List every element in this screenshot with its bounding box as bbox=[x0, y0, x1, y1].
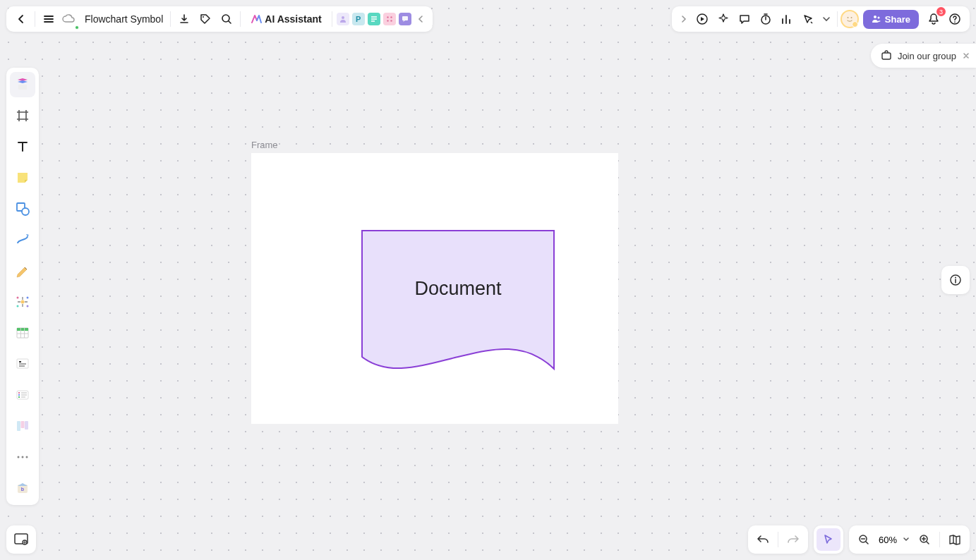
expand-tools-button[interactable] bbox=[676, 8, 692, 30]
search-button[interactable] bbox=[216, 8, 237, 30]
svg-point-35 bbox=[22, 456, 24, 458]
zoom-in-icon bbox=[919, 534, 930, 545]
svg-point-21 bbox=[27, 297, 29, 299]
minimap-button[interactable] bbox=[6, 525, 36, 554]
mindmap-icon bbox=[15, 294, 30, 310]
left-toolbar: b bbox=[6, 68, 39, 505]
share-label: Share bbox=[885, 14, 910, 25]
group-icon bbox=[881, 50, 892, 61]
lines-icon bbox=[370, 16, 378, 23]
tag-button[interactable] bbox=[195, 8, 216, 30]
apps-button[interactable]: b bbox=[10, 475, 35, 501]
card-tool-button[interactable] bbox=[10, 382, 35, 408]
ai-assistant-label: AI Assistant bbox=[265, 13, 321, 25]
menu-button[interactable] bbox=[38, 8, 59, 30]
cursor-mode-button[interactable] bbox=[817, 528, 841, 551]
close-icon[interactable] bbox=[962, 51, 970, 60]
zoom-value[interactable]: 60% bbox=[876, 535, 900, 545]
timer-button[interactable] bbox=[755, 8, 776, 30]
chevron-down-icon bbox=[903, 536, 910, 543]
svg-point-4 bbox=[390, 16, 392, 18]
pencil-icon bbox=[15, 263, 30, 279]
fit-view-button[interactable] bbox=[943, 528, 967, 551]
notification-badge: 3 bbox=[936, 7, 946, 16]
more-tools-button[interactable] bbox=[819, 8, 834, 30]
svg-point-3 bbox=[387, 16, 388, 18]
frame-tool-button[interactable] bbox=[10, 103, 35, 128]
table-tool-button[interactable] bbox=[10, 320, 35, 346]
divider bbox=[170, 11, 171, 27]
draw-tool-button[interactable] bbox=[10, 258, 35, 284]
pointer-button[interactable] bbox=[797, 8, 819, 30]
effects-button[interactable] bbox=[713, 8, 734, 30]
collapse-badges-button[interactable] bbox=[413, 8, 428, 30]
svg-point-19 bbox=[21, 300, 25, 304]
document-title[interactable]: Flowchart Symbol bbox=[80, 13, 167, 25]
kanban-tool-button[interactable] bbox=[10, 413, 35, 439]
zoom-out-button[interactable] bbox=[852, 528, 876, 551]
cursor-icon bbox=[823, 534, 834, 545]
poll-button[interactable] bbox=[776, 8, 797, 30]
frame-label[interactable]: Frame bbox=[251, 140, 278, 150]
zoom-dropdown-button[interactable] bbox=[900, 528, 912, 551]
more-tools-button[interactable] bbox=[10, 444, 35, 470]
badge-pink[interactable] bbox=[383, 13, 396, 25]
badge-p[interactable]: P bbox=[352, 13, 365, 25]
svg-point-10 bbox=[847, 17, 848, 18]
svg-point-12 bbox=[874, 16, 876, 18]
sparkle-icon bbox=[717, 13, 730, 25]
sync-status-dot bbox=[75, 25, 79, 30]
badge-avatar[interactable] bbox=[337, 13, 349, 25]
divider bbox=[939, 532, 940, 547]
info-button[interactable] bbox=[941, 266, 970, 294]
svg-point-40 bbox=[955, 277, 956, 279]
play-circle-icon bbox=[696, 13, 709, 25]
play-button[interactable] bbox=[692, 8, 713, 30]
chevron-left-icon bbox=[16, 13, 27, 25]
sticky-note-icon bbox=[15, 170, 30, 185]
zoom-in-button[interactable] bbox=[912, 528, 936, 551]
download-button[interactable] bbox=[174, 8, 195, 30]
join-group-banner[interactable]: Join our group bbox=[871, 44, 976, 68]
svg-point-23 bbox=[27, 305, 29, 308]
badge-teal[interactable] bbox=[368, 13, 380, 25]
svg-point-22 bbox=[17, 305, 19, 308]
note-tool-button[interactable] bbox=[10, 351, 35, 377]
shape-tool-button[interactable] bbox=[10, 196, 35, 221]
svg-point-2 bbox=[342, 16, 344, 19]
badge-purple[interactable] bbox=[399, 13, 411, 25]
ai-assistant-button[interactable]: AI Assistant bbox=[243, 8, 328, 30]
comment-button[interactable] bbox=[734, 8, 755, 30]
info-circle-icon bbox=[949, 274, 962, 286]
undo-icon bbox=[757, 534, 769, 545]
svg-point-18 bbox=[22, 208, 29, 215]
text-tool-button[interactable] bbox=[10, 134, 35, 159]
document-symbol-icon bbox=[361, 230, 555, 372]
redo-button[interactable] bbox=[781, 528, 805, 551]
notifications-button[interactable]: 3 bbox=[923, 8, 944, 30]
cursor-click-icon bbox=[802, 13, 814, 25]
help-button[interactable] bbox=[944, 8, 965, 30]
more-horizontal-icon bbox=[15, 449, 30, 465]
svg-rect-7 bbox=[402, 16, 408, 20]
cloud-sync-button[interactable] bbox=[59, 8, 78, 30]
templates-button[interactable] bbox=[10, 72, 35, 97]
divider bbox=[240, 11, 241, 27]
templates-icon bbox=[15, 77, 30, 92]
sticky-note-button[interactable] bbox=[10, 165, 35, 190]
mindmap-tool-button[interactable] bbox=[10, 289, 35, 315]
chat-bubble-icon bbox=[738, 13, 751, 25]
shapes-icon bbox=[15, 201, 30, 217]
svg-rect-30 bbox=[18, 396, 20, 398]
connector-tool-button[interactable] bbox=[10, 227, 35, 252]
back-button[interactable] bbox=[11, 8, 32, 30]
smiley-icon bbox=[845, 14, 855, 24]
svg-rect-15 bbox=[882, 53, 891, 59]
divider bbox=[35, 11, 35, 27]
undo-button[interactable] bbox=[751, 528, 775, 551]
user-avatar[interactable] bbox=[841, 10, 859, 28]
document-shape[interactable]: Document bbox=[361, 230, 555, 372]
share-button[interactable]: Share bbox=[863, 10, 919, 29]
document-shape-label: Document bbox=[361, 278, 555, 300]
download-icon bbox=[179, 13, 190, 25]
